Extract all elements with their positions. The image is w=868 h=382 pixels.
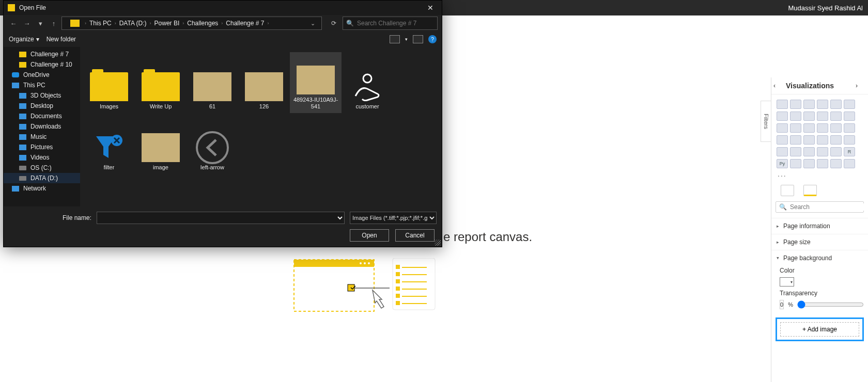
viz-type-icon[interactable] xyxy=(777,112,788,121)
viz-type-icon[interactable] xyxy=(790,112,801,121)
viz-type-icon[interactable] xyxy=(817,100,828,109)
viz-type-icon[interactable] xyxy=(844,159,855,168)
viz-type-icon[interactable] xyxy=(817,159,828,168)
viz-type-icon[interactable] xyxy=(790,147,801,156)
viz-type-icon[interactable] xyxy=(817,123,828,133)
breadcrumb-item[interactable]: Challenge # 7 xyxy=(226,20,264,27)
viz-type-r[interactable]: R xyxy=(844,147,855,156)
file-item[interactable]: 61 xyxy=(187,52,238,113)
viz-type-icon[interactable] xyxy=(844,123,855,133)
new-folder-button[interactable]: New folder xyxy=(47,36,76,43)
open-button[interactable]: Open xyxy=(350,229,389,242)
tree-item[interactable]: Pictures xyxy=(4,142,80,152)
section-page-size[interactable]: ▸ Page size xyxy=(771,234,868,250)
viz-search[interactable]: 🔍 xyxy=(776,201,864,213)
file-grid[interactable]: ImagesWrite Up61126489243-IU10A9J-541cus… xyxy=(80,47,442,206)
viz-type-icon[interactable] xyxy=(817,112,828,121)
viz-type-icon[interactable] xyxy=(777,100,788,109)
breadcrumb[interactable]: › This PC › DATA (D:) › Power BI › Chall… xyxy=(61,17,322,30)
filename-input[interactable] xyxy=(97,212,345,224)
section-page-information[interactable]: ▸ Page information xyxy=(771,218,868,234)
viz-type-icon[interactable] xyxy=(790,100,801,109)
viz-type-icon[interactable] xyxy=(817,147,828,156)
viz-type-icon[interactable] xyxy=(790,159,801,168)
file-item[interactable]: Write Up xyxy=(135,52,187,113)
viz-type-icon[interactable] xyxy=(790,123,801,133)
close-icon[interactable]: ✕ xyxy=(421,1,440,15)
viz-type-icon[interactable] xyxy=(803,159,815,168)
file-item[interactable]: 489243-IU10A9J-541 xyxy=(290,52,342,113)
viz-collapse-left-icon[interactable]: ‹ xyxy=(773,82,781,89)
recent-dropdown-icon[interactable]: ▾ xyxy=(35,18,46,29)
tree-item[interactable]: This PC xyxy=(4,80,80,90)
resize-grip-icon[interactable] xyxy=(435,240,441,246)
fields-tab-icon[interactable] xyxy=(781,185,794,196)
tree-item[interactable]: Challenge # 7 xyxy=(4,49,80,59)
viz-collapse-right-icon[interactable]: › xyxy=(856,82,863,89)
back-button[interactable]: ← xyxy=(8,18,19,29)
preview-pane-button[interactable] xyxy=(413,35,423,43)
viz-type-icon[interactable] xyxy=(844,100,855,109)
viz-type-icon[interactable] xyxy=(777,123,788,133)
organize-button[interactable]: Organize ▾ xyxy=(9,36,39,43)
breadcrumb-dropdown-icon[interactable]: ⌄ xyxy=(308,20,317,27)
add-image-button[interactable]: + Add image xyxy=(780,322,859,337)
bg-transparency-value[interactable]: 0 xyxy=(780,300,784,309)
breadcrumb-item[interactable]: This PC xyxy=(89,20,112,27)
viz-type-icon[interactable] xyxy=(830,135,842,145)
viz-type-icon[interactable] xyxy=(830,112,842,121)
tree-item[interactable]: OneDrive xyxy=(4,70,80,80)
viz-type-icon[interactable] xyxy=(803,112,815,121)
file-item[interactable]: image xyxy=(135,113,187,174)
viz-type-icon[interactable] xyxy=(803,147,815,156)
tree-item[interactable]: 3D Objects xyxy=(4,90,80,101)
tree-item[interactable]: Desktop xyxy=(4,101,80,111)
chevron-down-icon[interactable]: ▾ xyxy=(405,37,408,42)
bg-transparency-slider[interactable] xyxy=(797,300,864,309)
tree-item[interactable]: Downloads xyxy=(4,121,80,132)
tree-item[interactable]: OS (C:) xyxy=(4,163,80,173)
file-item[interactable]: customer xyxy=(342,52,393,113)
tree-item[interactable]: Videos xyxy=(4,152,80,163)
viz-more-icon[interactable]: ··· xyxy=(771,171,868,180)
format-tab-icon[interactable] xyxy=(803,185,817,196)
up-button[interactable]: ↑ xyxy=(48,18,59,29)
view-mode-button[interactable] xyxy=(390,35,400,43)
file-item[interactable]: 126 xyxy=(238,52,290,113)
tree-item[interactable]: Challenge # 10 xyxy=(4,59,80,70)
viz-type-icon[interactable] xyxy=(777,135,788,145)
file-item[interactable]: filter xyxy=(83,113,135,174)
viz-type-icon[interactable] xyxy=(844,135,855,145)
tree-item[interactable]: Music xyxy=(4,132,80,142)
bg-color-picker[interactable] xyxy=(780,277,794,286)
forward-button[interactable]: → xyxy=(21,18,33,29)
viz-type-icon[interactable] xyxy=(830,123,842,133)
viz-type-icon[interactable] xyxy=(817,135,828,145)
viz-search-input[interactable] xyxy=(790,203,867,211)
cancel-button[interactable]: Cancel xyxy=(395,229,435,242)
tree-item[interactable]: DATA (D:) xyxy=(4,173,80,183)
help-icon[interactable]: ? xyxy=(428,35,437,43)
viz-type-icon[interactable] xyxy=(830,147,842,156)
viz-type-icon[interactable] xyxy=(777,147,788,156)
viz-type-icon[interactable] xyxy=(803,135,815,145)
filetype-filter[interactable]: Image Files (*.tiff;*.pjp;*.jfif;*.gi xyxy=(350,212,437,224)
dialog-search-input[interactable] xyxy=(357,20,435,27)
tree-item[interactable]: Documents xyxy=(4,111,80,121)
nav-tree[interactable]: Challenge # 7Challenge # 10OneDriveThis … xyxy=(4,47,80,206)
tree-item[interactable]: Network xyxy=(4,183,80,194)
viz-type-icon[interactable] xyxy=(830,100,842,109)
viz-type-icon[interactable] xyxy=(803,100,815,109)
viz-type-icon[interactable] xyxy=(790,135,801,145)
dialog-search[interactable]: 🔍 xyxy=(343,17,438,30)
filters-pane-tab[interactable]: Filters xyxy=(761,101,771,142)
viz-type-icon[interactable] xyxy=(830,159,842,168)
breadcrumb-item[interactable]: Power BI xyxy=(154,20,180,27)
viz-type-icon[interactable] xyxy=(844,112,855,121)
viz-type-icon[interactable] xyxy=(803,123,815,133)
viz-type-py[interactable]: Py xyxy=(777,159,788,168)
breadcrumb-item[interactable]: DATA (D:) xyxy=(119,20,147,27)
file-item[interactable]: left-arrow xyxy=(187,113,238,174)
breadcrumb-item[interactable]: Challenges xyxy=(187,20,218,27)
refresh-button[interactable]: ⟳ xyxy=(327,17,340,30)
